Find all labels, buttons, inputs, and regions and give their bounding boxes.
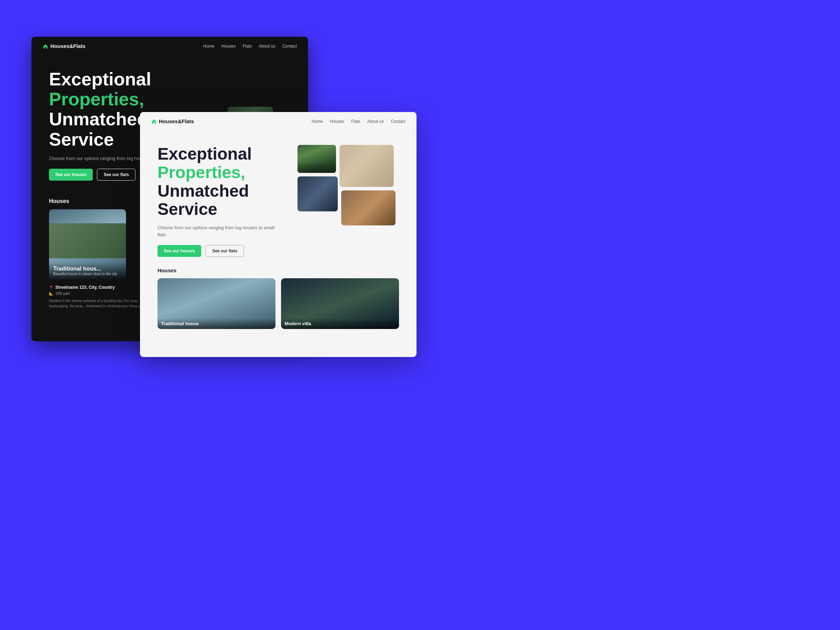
light-nav-links: Home Houses Flats About us Contact [312, 119, 405, 124]
dark-nav-flats[interactable]: Flats [243, 44, 252, 49]
dark-nav-home[interactable]: Home [203, 44, 215, 49]
collage-image-3 [297, 177, 338, 212]
collage-image-1 [297, 145, 336, 173]
light-houses-title: Houses [158, 267, 399, 273]
dark-logo-text: Houses&Flats [51, 43, 85, 49]
light-see-flats-button[interactable]: See our flats [205, 245, 244, 257]
dark-house-card-subtitle: Beautiful house in nature close to the c… [53, 272, 122, 276]
light-navbar: Houses&Flats Home Houses Flats About us … [140, 112, 417, 131]
dark-see-flats-button[interactable]: See our flats [97, 169, 136, 181]
light-house-card-2-overlay: Modern villa [281, 318, 399, 329]
dark-logo[interactable]: Houses&Flats [43, 43, 85, 49]
light-nav-about[interactable]: About us [367, 119, 384, 124]
light-hero-headline: Exceptional Properties, Unmatched Servic… [158, 145, 284, 219]
pin-icon [49, 285, 53, 290]
dark-nav-about[interactable]: About us [259, 44, 275, 49]
light-window: Houses&Flats Home Houses Flats About us … [140, 112, 417, 357]
dark-house-card-1[interactable]: Traditional hous... Beautiful house in n… [49, 209, 126, 279]
dark-nav-houses[interactable]: Houses [221, 44, 236, 49]
light-hero-subtitle: Choose from our options ranging from big… [158, 224, 284, 238]
light-hero: Exceptional Properties, Unmatched Servic… [140, 131, 417, 264]
light-houses-section: Houses Traditional house Modern villa [140, 264, 417, 329]
light-house-card-1-title: Traditional house [161, 321, 272, 326]
light-nav-houses[interactable]: Houses [330, 119, 344, 124]
dark-nav-links: Home Houses Flats About us Contact [203, 44, 297, 49]
ruler-icon [49, 291, 53, 295]
collage-image-2 [339, 145, 394, 187]
dark-house-card-title: Traditional hous... [53, 266, 122, 272]
light-nav-contact[interactable]: Contact [391, 119, 405, 124]
dark-house-card-overlay: Traditional hous... Beautiful house in n… [49, 262, 126, 279]
light-houses-row: Traditional house Modern villa [158, 278, 399, 329]
light-hero-buttons: See our houses See our flats [158, 245, 284, 257]
light-logo-text: Houses&Flats [159, 118, 194, 124]
light-nav-flats[interactable]: Flats [351, 119, 360, 124]
light-see-houses-button[interactable]: See our houses [158, 245, 201, 257]
light-image-collage [297, 145, 399, 236]
light-hero-left: Exceptional Properties, Unmatched Servic… [158, 145, 284, 257]
dark-nav-contact[interactable]: Contact [283, 44, 297, 49]
light-house-card-1-overlay: Traditional house [158, 318, 275, 329]
dark-see-houses-button[interactable]: See our houses [49, 169, 93, 181]
light-house-card-2-title: Modern villa [284, 321, 395, 326]
light-house-card-1[interactable]: Traditional house [158, 278, 275, 329]
collage-image-4 [341, 190, 395, 226]
light-logo[interactable]: Houses&Flats [151, 118, 194, 124]
light-nav-home[interactable]: Home [312, 119, 323, 124]
light-hero-images [297, 145, 399, 257]
dark-navbar: Houses&Flats Home Houses Flats About us … [32, 37, 308, 55]
light-house-card-2[interactable]: Modern villa [281, 278, 399, 329]
